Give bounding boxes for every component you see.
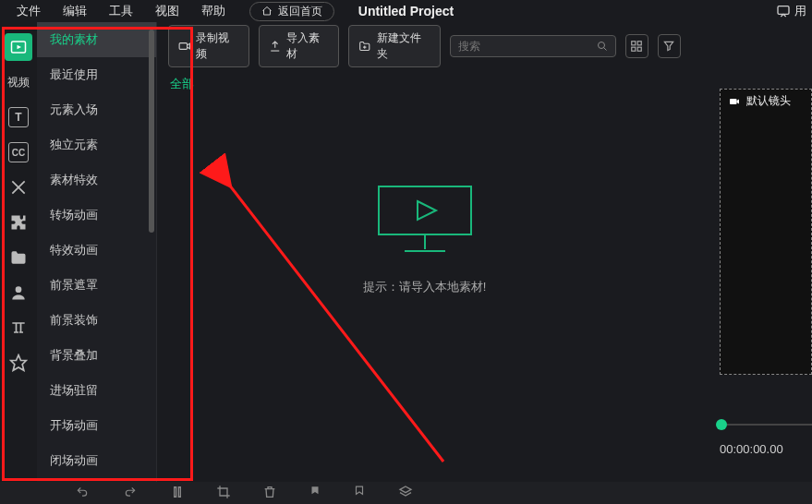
funnel-icon xyxy=(662,40,675,53)
filter-button[interactable] xyxy=(658,34,681,58)
svg-point-3 xyxy=(16,286,22,293)
filter-all[interactable]: 全部 xyxy=(170,77,194,90)
home-button[interactable]: 返回首页 xyxy=(249,2,334,21)
home-icon xyxy=(261,6,273,17)
svg-rect-10 xyxy=(637,47,641,51)
cat-item-close-anim[interactable]: 闭场动画 xyxy=(37,443,156,478)
search-icon[interactable] xyxy=(597,40,608,53)
cat-item-material-fx[interactable]: 素材特效 xyxy=(37,162,156,198)
folder-icon xyxy=(9,248,28,267)
rail-text[interactable]: T xyxy=(5,103,32,131)
bb-delete[interactable] xyxy=(262,485,277,502)
svg-rect-9 xyxy=(632,47,636,51)
svg-marker-2 xyxy=(18,45,22,50)
grid-view-button[interactable] xyxy=(625,34,648,58)
cat-item-enter[interactable]: 元素入场 xyxy=(37,92,156,127)
folder-plus-icon xyxy=(358,40,370,53)
rail-folder[interactable] xyxy=(5,244,32,271)
menu-bar: 文件 编辑 工具 视图 帮助 返回首页 Untitled Project 用 xyxy=(0,0,812,22)
rail-media[interactable] xyxy=(5,33,32,61)
top-right-label[interactable]: 用 xyxy=(794,3,806,19)
svg-marker-12 xyxy=(418,201,436,220)
bb-cut[interactable] xyxy=(170,485,185,502)
bottom-bar xyxy=(0,482,812,504)
cat-item-open-anim[interactable]: 开场动画 xyxy=(37,408,156,443)
content-area: 录制视频 导入素材 新建文件夹 全部 提示：请导入本地素材! xyxy=(157,22,692,482)
cat-item-bg-overlay[interactable]: 背景叠加 xyxy=(37,338,156,373)
menu-view[interactable]: 视图 xyxy=(144,3,190,19)
bb-crop[interactable] xyxy=(216,485,231,502)
svg-marker-4 xyxy=(11,355,27,371)
menu-tools[interactable]: 工具 xyxy=(98,3,144,19)
bb-marker2[interactable] xyxy=(353,485,366,502)
record-button[interactable]: 录制视频 xyxy=(168,25,249,67)
left-rail: 视频 T CC xyxy=(0,22,37,504)
rail-plugins[interactable] xyxy=(5,209,32,236)
svg-rect-7 xyxy=(632,42,636,45)
category-scrollbar[interactable] xyxy=(149,30,154,233)
star-icon xyxy=(9,354,28,372)
filter-row: 全部 xyxy=(157,70,692,98)
category-panel: 我的素材 最近使用 元素入场 独立元素 素材特效 转场动画 特效动画 前景遮罩 … xyxy=(37,22,157,482)
svg-rect-8 xyxy=(637,42,641,45)
preview-panel: 默认镜头 00:00:00.00 xyxy=(710,22,812,482)
rail-effects[interactable] xyxy=(5,174,32,201)
import-label: 导入素材 xyxy=(286,30,329,62)
cat-item-transition[interactable]: 转场动画 xyxy=(37,198,156,233)
rail-user[interactable] xyxy=(5,279,32,306)
category-list[interactable]: 我的素材 最近使用 元素入场 独立元素 素材特效 转场动画 特效动画 前景遮罩 … xyxy=(37,22,156,482)
bb-layers[interactable] xyxy=(397,485,414,502)
rail-star[interactable] xyxy=(5,349,32,377)
search-input[interactable] xyxy=(458,40,597,53)
record-icon xyxy=(178,40,190,53)
cat-item-fg-deco[interactable]: 前景装饰 xyxy=(37,303,156,338)
new-folder-button[interactable]: 新建文件夹 xyxy=(348,25,440,67)
rail-typography[interactable] xyxy=(5,314,32,342)
menubar-right: 用 xyxy=(776,3,806,19)
svg-rect-5 xyxy=(179,43,187,50)
menu-edit[interactable]: 编辑 xyxy=(52,3,98,19)
svg-point-6 xyxy=(598,42,604,49)
import-button[interactable]: 导入素材 xyxy=(259,25,340,67)
menu-help[interactable]: 帮助 xyxy=(190,3,236,19)
timecode: 00:00:00.00 xyxy=(720,442,783,456)
record-label: 录制视频 xyxy=(196,30,238,62)
typography-icon xyxy=(9,318,28,337)
cat-item-standalone[interactable]: 独立元素 xyxy=(37,127,156,162)
chat-icon[interactable] xyxy=(776,4,791,18)
rail-video[interactable]: 视频 xyxy=(3,68,34,96)
preview-viewport[interactable]: 默认镜头 xyxy=(720,89,812,375)
svg-rect-15 xyxy=(730,99,737,104)
project-title: Untitled Project xyxy=(358,4,454,18)
camera-icon xyxy=(728,96,741,107)
content-toolbar: 录制视频 导入素材 新建文件夹 xyxy=(157,22,692,70)
empty-state: 提示：请导入本地素材! xyxy=(157,124,692,482)
rail-cc[interactable]: CC xyxy=(5,138,32,166)
timeline-playhead[interactable] xyxy=(716,419,727,430)
camera-label-text: 默认镜头 xyxy=(746,93,791,109)
effects-icon xyxy=(9,178,28,197)
menu-file[interactable]: 文件 xyxy=(6,3,52,19)
cat-item-recent[interactable]: 最近使用 xyxy=(37,57,156,92)
bb-undo[interactable] xyxy=(74,486,91,501)
search-box[interactable] xyxy=(450,35,616,57)
new-folder-label: 新建文件夹 xyxy=(377,30,430,62)
svg-rect-0 xyxy=(778,6,789,15)
empty-hint: 提示：请导入本地素材! xyxy=(363,279,487,295)
media-icon xyxy=(10,39,27,55)
cat-item-fg-mask[interactable]: 前景遮罩 xyxy=(37,268,156,303)
text-icon: T xyxy=(8,107,29,127)
monitor-play-icon xyxy=(370,179,480,262)
cat-item-stay[interactable]: 进场驻留 xyxy=(37,373,156,408)
upload-icon xyxy=(269,40,281,53)
timeline-track[interactable] xyxy=(727,424,812,426)
camera-label: 默认镜头 xyxy=(728,93,791,109)
svg-rect-16 xyxy=(175,486,176,497)
home-button-label: 返回首页 xyxy=(278,4,322,19)
cc-icon: CC xyxy=(8,142,29,162)
cat-item-my-materials[interactable]: 我的素材 xyxy=(37,22,156,57)
cat-item-fx-anim[interactable]: 特效动画 xyxy=(37,233,156,268)
user-icon xyxy=(9,283,28,302)
bb-marker1[interactable] xyxy=(309,485,321,502)
bb-redo[interactable] xyxy=(122,486,139,501)
